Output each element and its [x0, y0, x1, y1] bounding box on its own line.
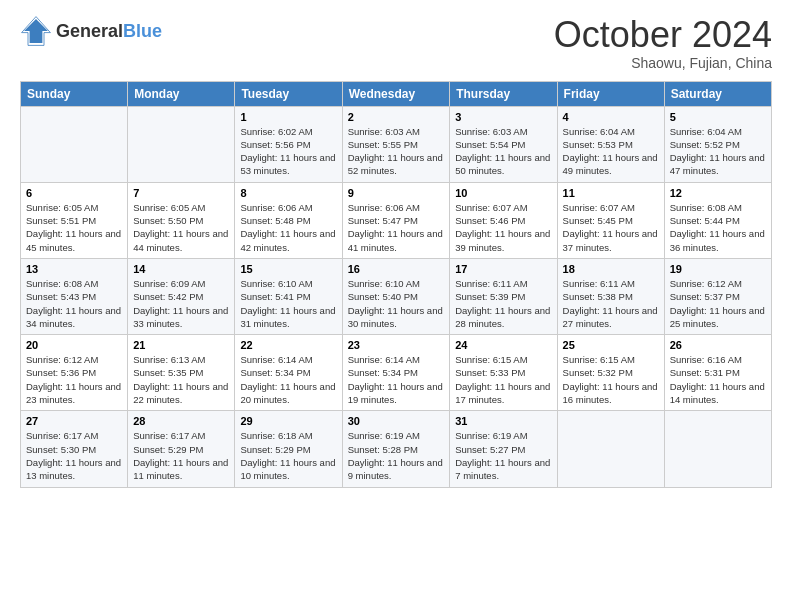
day-cell: 4Sunrise: 6:04 AMSunset: 5:53 PMDaylight… [557, 106, 664, 182]
day-cell: 3Sunrise: 6:03 AMSunset: 5:54 PMDaylight… [450, 106, 557, 182]
day-info: Sunrise: 6:11 AMSunset: 5:38 PMDaylight:… [563, 277, 659, 330]
location-subtitle: Shaowu, Fujian, China [554, 55, 772, 71]
day-number: 12 [670, 187, 766, 199]
day-cell: 15Sunrise: 6:10 AMSunset: 5:41 PMDayligh… [235, 258, 342, 334]
week-row-3: 13Sunrise: 6:08 AMSunset: 5:43 PMDayligh… [21, 258, 772, 334]
day-info: Sunrise: 6:12 AMSunset: 5:37 PMDaylight:… [670, 277, 766, 330]
day-cell: 1Sunrise: 6:02 AMSunset: 5:56 PMDaylight… [235, 106, 342, 182]
day-number: 26 [670, 339, 766, 351]
day-number: 16 [348, 263, 445, 275]
day-info: Sunrise: 6:09 AMSunset: 5:42 PMDaylight:… [133, 277, 229, 330]
day-info: Sunrise: 6:07 AMSunset: 5:46 PMDaylight:… [455, 201, 551, 254]
day-number: 28 [133, 415, 229, 427]
day-info: Sunrise: 6:10 AMSunset: 5:41 PMDaylight:… [240, 277, 336, 330]
day-info: Sunrise: 6:19 AMSunset: 5:28 PMDaylight:… [348, 429, 445, 482]
weekday-sunday: Sunday [21, 81, 128, 106]
day-number: 8 [240, 187, 336, 199]
day-cell: 7Sunrise: 6:05 AMSunset: 5:50 PMDaylight… [128, 182, 235, 258]
day-number: 10 [455, 187, 551, 199]
day-number: 3 [455, 111, 551, 123]
day-info: Sunrise: 6:11 AMSunset: 5:39 PMDaylight:… [455, 277, 551, 330]
day-number: 25 [563, 339, 659, 351]
day-cell: 27Sunrise: 6:17 AMSunset: 5:30 PMDayligh… [21, 411, 128, 487]
day-cell: 6Sunrise: 6:05 AMSunset: 5:51 PMDaylight… [21, 182, 128, 258]
day-number: 17 [455, 263, 551, 275]
calendar-page: GeneralBlue October 2024 Shaowu, Fujian,… [0, 0, 792, 612]
day-cell: 9Sunrise: 6:06 AMSunset: 5:47 PMDaylight… [342, 182, 450, 258]
day-info: Sunrise: 6:02 AMSunset: 5:56 PMDaylight:… [240, 125, 336, 178]
day-number: 4 [563, 111, 659, 123]
day-number: 30 [348, 415, 445, 427]
day-cell: 16Sunrise: 6:10 AMSunset: 5:40 PMDayligh… [342, 258, 450, 334]
weekday-friday: Friday [557, 81, 664, 106]
day-number: 9 [348, 187, 445, 199]
day-number: 5 [670, 111, 766, 123]
day-number: 6 [26, 187, 122, 199]
day-cell: 17Sunrise: 6:11 AMSunset: 5:39 PMDayligh… [450, 258, 557, 334]
day-info: Sunrise: 6:18 AMSunset: 5:29 PMDaylight:… [240, 429, 336, 482]
logo: GeneralBlue [20, 15, 162, 47]
day-info: Sunrise: 6:14 AMSunset: 5:34 PMDaylight:… [240, 353, 336, 406]
day-info: Sunrise: 6:10 AMSunset: 5:40 PMDaylight:… [348, 277, 445, 330]
day-info: Sunrise: 6:14 AMSunset: 5:34 PMDaylight:… [348, 353, 445, 406]
day-number: 21 [133, 339, 229, 351]
day-info: Sunrise: 6:15 AMSunset: 5:32 PMDaylight:… [563, 353, 659, 406]
day-number: 29 [240, 415, 336, 427]
day-number: 7 [133, 187, 229, 199]
day-cell [128, 106, 235, 182]
day-cell: 23Sunrise: 6:14 AMSunset: 5:34 PMDayligh… [342, 335, 450, 411]
day-info: Sunrise: 6:12 AMSunset: 5:36 PMDaylight:… [26, 353, 122, 406]
week-row-5: 27Sunrise: 6:17 AMSunset: 5:30 PMDayligh… [21, 411, 772, 487]
day-info: Sunrise: 6:15 AMSunset: 5:33 PMDaylight:… [455, 353, 551, 406]
weekday-thursday: Thursday [450, 81, 557, 106]
day-info: Sunrise: 6:03 AMSunset: 5:55 PMDaylight:… [348, 125, 445, 178]
day-cell: 10Sunrise: 6:07 AMSunset: 5:46 PMDayligh… [450, 182, 557, 258]
day-cell: 25Sunrise: 6:15 AMSunset: 5:32 PMDayligh… [557, 335, 664, 411]
day-cell: 26Sunrise: 6:16 AMSunset: 5:31 PMDayligh… [664, 335, 771, 411]
day-info: Sunrise: 6:07 AMSunset: 5:45 PMDaylight:… [563, 201, 659, 254]
day-number: 15 [240, 263, 336, 275]
day-cell: 20Sunrise: 6:12 AMSunset: 5:36 PMDayligh… [21, 335, 128, 411]
day-info: Sunrise: 6:03 AMSunset: 5:54 PMDaylight:… [455, 125, 551, 178]
day-info: Sunrise: 6:08 AMSunset: 5:43 PMDaylight:… [26, 277, 122, 330]
day-cell: 19Sunrise: 6:12 AMSunset: 5:37 PMDayligh… [664, 258, 771, 334]
day-info: Sunrise: 6:04 AMSunset: 5:53 PMDaylight:… [563, 125, 659, 178]
day-number: 24 [455, 339, 551, 351]
day-cell: 11Sunrise: 6:07 AMSunset: 5:45 PMDayligh… [557, 182, 664, 258]
weekday-monday: Monday [128, 81, 235, 106]
day-cell: 31Sunrise: 6:19 AMSunset: 5:27 PMDayligh… [450, 411, 557, 487]
week-row-4: 20Sunrise: 6:12 AMSunset: 5:36 PMDayligh… [21, 335, 772, 411]
day-info: Sunrise: 6:08 AMSunset: 5:44 PMDaylight:… [670, 201, 766, 254]
day-cell: 28Sunrise: 6:17 AMSunset: 5:29 PMDayligh… [128, 411, 235, 487]
week-row-2: 6Sunrise: 6:05 AMSunset: 5:51 PMDaylight… [21, 182, 772, 258]
month-title: October 2024 [554, 15, 772, 55]
week-row-1: 1Sunrise: 6:02 AMSunset: 5:56 PMDaylight… [21, 106, 772, 182]
day-cell: 5Sunrise: 6:04 AMSunset: 5:52 PMDaylight… [664, 106, 771, 182]
day-info: Sunrise: 6:06 AMSunset: 5:48 PMDaylight:… [240, 201, 336, 254]
weekday-wednesday: Wednesday [342, 81, 450, 106]
day-cell: 8Sunrise: 6:06 AMSunset: 5:48 PMDaylight… [235, 182, 342, 258]
day-number: 1 [240, 111, 336, 123]
day-cell [21, 106, 128, 182]
weekday-tuesday: Tuesday [235, 81, 342, 106]
weekday-header-row: SundayMondayTuesdayWednesdayThursdayFrid… [21, 81, 772, 106]
day-info: Sunrise: 6:05 AMSunset: 5:51 PMDaylight:… [26, 201, 122, 254]
day-cell: 13Sunrise: 6:08 AMSunset: 5:43 PMDayligh… [21, 258, 128, 334]
header: GeneralBlue October 2024 Shaowu, Fujian,… [20, 15, 772, 71]
day-cell: 12Sunrise: 6:08 AMSunset: 5:44 PMDayligh… [664, 182, 771, 258]
weekday-saturday: Saturday [664, 81, 771, 106]
day-info: Sunrise: 6:04 AMSunset: 5:52 PMDaylight:… [670, 125, 766, 178]
title-block: October 2024 Shaowu, Fujian, China [554, 15, 772, 71]
day-number: 11 [563, 187, 659, 199]
day-number: 19 [670, 263, 766, 275]
day-info: Sunrise: 6:06 AMSunset: 5:47 PMDaylight:… [348, 201, 445, 254]
logo-icon [20, 15, 52, 47]
day-number: 31 [455, 415, 551, 427]
day-cell [664, 411, 771, 487]
day-number: 13 [26, 263, 122, 275]
day-number: 14 [133, 263, 229, 275]
logo-text: GeneralBlue [56, 21, 162, 42]
day-cell: 29Sunrise: 6:18 AMSunset: 5:29 PMDayligh… [235, 411, 342, 487]
day-info: Sunrise: 6:17 AMSunset: 5:29 PMDaylight:… [133, 429, 229, 482]
day-number: 27 [26, 415, 122, 427]
